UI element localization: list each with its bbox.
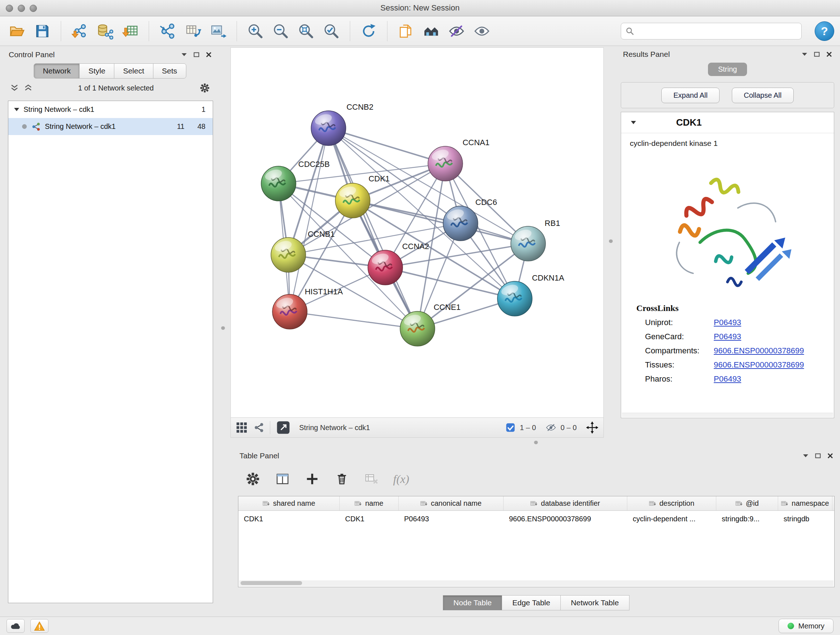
- network-graph[interactable]: CCNB2CCNA1CDC25BCDK1CDC6RB1CCNB1CCNA2CDK…: [231, 48, 603, 417]
- triangle-down-icon: [803, 454, 808, 458]
- panel-collapse-button[interactable]: [181, 53, 187, 57]
- network-canvas[interactable]: CCNB2CCNA1CDC25BCDK1CDC6RB1CCNB1CCNA2CDK…: [231, 48, 603, 417]
- panel-collapse-button[interactable]: [803, 454, 808, 458]
- scrollbar-thumb[interactable]: [240, 581, 302, 585]
- birdseye-grid-button[interactable]: [236, 422, 248, 433]
- column-header-name[interactable]: name: [340, 496, 399, 510]
- panel-collapse-button[interactable]: [802, 52, 807, 56]
- zoom-selected-button[interactable]: [320, 20, 343, 42]
- hide-eye-button[interactable]: [445, 20, 468, 42]
- entry-expander-icon[interactable]: [630, 120, 636, 125]
- export-image-button[interactable]: [207, 20, 229, 42]
- crosslink-tissues-link[interactable]: 9606.ENSP00000378699: [714, 360, 804, 370]
- edge-CCNB2-HIST1H1A[interactable]: [290, 128, 328, 312]
- tree-expander-icon[interactable]: [14, 108, 19, 111]
- network-collection-row[interactable]: String Network – cdk1 1: [8, 101, 213, 118]
- import-table-file-button[interactable]: [119, 20, 141, 42]
- collapse-all-button[interactable]: Collapse All: [732, 88, 794, 103]
- create-column-button[interactable]: [303, 470, 321, 488]
- tab-string[interactable]: String: [708, 63, 747, 76]
- selected-count: 1 – 0: [520, 424, 536, 432]
- fit-move-button[interactable]: [586, 421, 598, 434]
- zoom-out-button[interactable]: [270, 20, 292, 42]
- import-network-file-button[interactable]: [68, 20, 91, 42]
- column-header-canonical-name[interactable]: canonical name: [399, 496, 504, 510]
- table-settings-button[interactable]: [244, 470, 262, 488]
- memory-button[interactable]: Memory: [778, 619, 834, 633]
- maximize-window-button[interactable]: [30, 5, 37, 12]
- crosslink-pharos-link[interactable]: P06493: [714, 374, 741, 384]
- tab-network-table[interactable]: Network Table: [561, 595, 630, 610]
- panel-float-button[interactable]: [815, 453, 821, 458]
- tab-edge-table[interactable]: Edge Table: [502, 595, 561, 610]
- refresh-view-button[interactable]: [357, 20, 380, 42]
- table-header-row: shared namenamecanonical namedatabase id…: [238, 496, 834, 511]
- help-button[interactable]: ?: [815, 21, 834, 41]
- table-horizontal-scrollbar[interactable]: [239, 580, 834, 586]
- crosslink-compartments-link[interactable]: 9606.ENSP00000378699: [714, 346, 804, 356]
- node-CCNA1[interactable]: CCNA1: [428, 138, 489, 181]
- table-row[interactable]: CDK1CDK1P064939606.ENSP00000378699cyclin…: [238, 511, 834, 527]
- network-share-button[interactable]: [253, 422, 264, 433]
- zoom-fit-button[interactable]: [295, 20, 317, 42]
- new-network-selection-button[interactable]: [182, 20, 204, 42]
- crosslink-uniprot-link[interactable]: P06493: [714, 318, 741, 327]
- column-header-database-identifier[interactable]: database identifier: [504, 496, 627, 510]
- open-session-button[interactable]: [6, 20, 28, 42]
- show-columns-button[interactable]: [273, 470, 292, 488]
- node-RB1[interactable]: RB1: [511, 219, 560, 261]
- expand-all-button[interactable]: Expand All: [661, 88, 720, 103]
- splitter-handle[interactable]: [609, 239, 613, 243]
- node-CDKN1A[interactable]: CDKN1A: [497, 273, 564, 316]
- gene-entry-header[interactable]: CDK1: [621, 112, 834, 133]
- expand-all-tree-button[interactable]: [10, 84, 19, 92]
- control-tab-select[interactable]: Select: [114, 63, 153, 79]
- node-CDC25B[interactable]: CDC25B: [261, 160, 330, 201]
- cloud-status-button[interactable]: [6, 619, 25, 633]
- edge-CCNB2-CCNE1[interactable]: [328, 128, 417, 329]
- edge-CCNB2-CCNA1[interactable]: [328, 128, 445, 164]
- column-header-@id[interactable]: @id: [716, 496, 778, 510]
- network-icon: [31, 122, 41, 131]
- network-options-button[interactable]: [199, 82, 210, 93]
- delete-table-button[interactable]: [363, 470, 381, 488]
- import-network-database-button[interactable]: [94, 20, 116, 42]
- first-neighbors-button[interactable]: [156, 20, 179, 42]
- string-results-box: CDK1 cyclin-dependent kinase 1 CrossLink…: [621, 112, 834, 418]
- edge-HIST1H1A-CCNE1[interactable]: [290, 312, 417, 329]
- tab-node-table[interactable]: Node Table: [443, 595, 502, 610]
- edge-CDK1-RB1[interactable]: [353, 201, 528, 244]
- function-builder-button[interactable]: f(x): [392, 470, 410, 488]
- close-window-button[interactable]: [6, 5, 13, 12]
- results-scrollbar[interactable]: [622, 413, 833, 417]
- column-header-shared-name[interactable]: shared name: [238, 496, 340, 510]
- control-tab-network[interactable]: Network: [34, 63, 80, 79]
- save-session-button[interactable]: [31, 20, 54, 42]
- network-row[interactable]: String Network – cdk1 11 48: [8, 118, 213, 135]
- splitter-handle[interactable]: [221, 326, 225, 330]
- panel-close-button[interactable]: [827, 453, 833, 459]
- splitter-handle[interactable]: [534, 440, 538, 444]
- home-networks-button[interactable]: [420, 20, 442, 42]
- crosslink-genecard-link[interactable]: P06493: [714, 332, 741, 341]
- warnings-button[interactable]: [30, 619, 49, 633]
- column-header-description[interactable]: description: [627, 496, 716, 510]
- collapse-all-tree-button[interactable]: [24, 84, 33, 92]
- control-tab-style[interactable]: Style: [79, 63, 114, 79]
- node-CCNB1[interactable]: CCNB1: [271, 230, 335, 272]
- control-tab-sets[interactable]: Sets: [153, 63, 186, 79]
- zoom-in-button[interactable]: [244, 20, 267, 42]
- minimize-window-button[interactable]: [18, 5, 25, 12]
- show-eye-button[interactable]: [471, 20, 493, 42]
- open-in-new-window-button[interactable]: [276, 420, 291, 435]
- search-input[interactable]: [637, 24, 797, 38]
- column-header-namespace[interactable]: namespace: [778, 496, 832, 510]
- panel-close-button[interactable]: [206, 52, 212, 57]
- node-CDK1[interactable]: CDK1: [335, 174, 390, 218]
- panel-float-button[interactable]: [194, 52, 199, 57]
- panel-close-button[interactable]: [826, 51, 832, 57]
- copy-button[interactable]: [395, 20, 417, 42]
- node-HIST1H1A[interactable]: HIST1H1A: [272, 287, 343, 329]
- panel-float-button[interactable]: [814, 52, 820, 57]
- delete-column-button[interactable]: [333, 470, 351, 488]
